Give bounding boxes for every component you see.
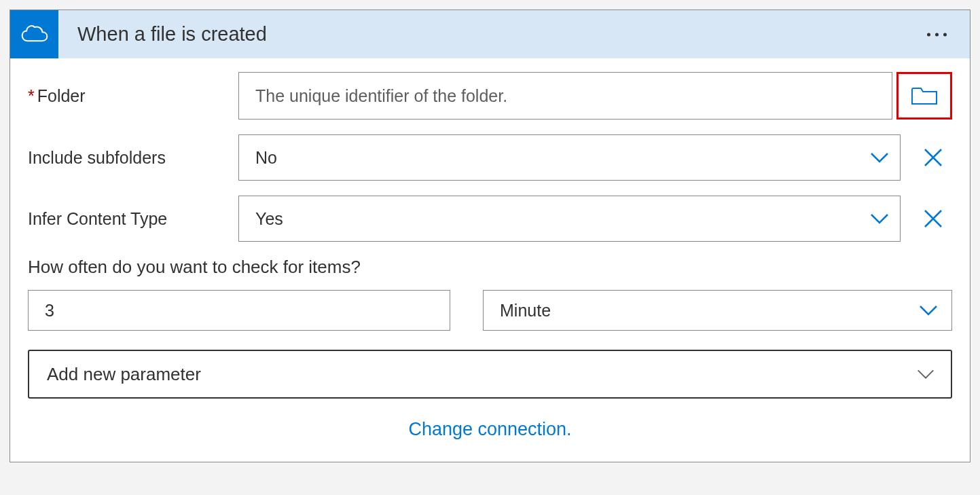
infer-content-type-row: Infer Content Type Yes — [28, 196, 952, 242]
polling-row: Minute — [28, 290, 952, 331]
folder-label: * Folder — [28, 86, 238, 106]
card-menu-button[interactable] — [920, 26, 954, 43]
connector-icon-box — [10, 10, 58, 58]
card-title: When a file is created — [58, 23, 267, 45]
interval-unit-select[interactable]: Minute — [483, 290, 952, 331]
include-subfolders-row: Include subfolders No — [28, 134, 952, 181]
chevron-down-icon — [869, 147, 890, 168]
remove-include-subfolders-button[interactable] — [914, 134, 952, 181]
folder-picker-button[interactable] — [896, 72, 952, 120]
folder-input[interactable] — [238, 72, 892, 120]
close-icon — [923, 208, 943, 229]
infer-content-type-value: Yes — [255, 209, 283, 229]
infer-content-type-label: Infer Content Type — [28, 209, 238, 229]
include-subfolders-select[interactable]: No — [238, 134, 901, 181]
change-connection-link[interactable]: Change connection. — [28, 415, 952, 450]
card-header: When a file is created — [10, 10, 970, 58]
ellipsis-icon — [927, 33, 930, 36]
polling-question: How often do you want to check for items… — [28, 257, 952, 278]
interval-input[interactable] — [28, 290, 450, 331]
infer-content-type-select[interactable]: Yes — [238, 196, 901, 242]
include-subfolders-value: No — [255, 148, 277, 168]
close-icon — [923, 147, 943, 168]
required-indicator: * — [28, 86, 35, 106]
remove-infer-content-type-button[interactable] — [914, 196, 952, 242]
chevron-down-icon — [918, 299, 939, 321]
folder-icon — [911, 85, 938, 107]
trigger-card: When a file is created * Folder I — [10, 10, 970, 462]
folder-row: * Folder — [28, 72, 952, 120]
chevron-down-icon — [915, 364, 936, 384]
include-subfolders-label: Include subfolders — [28, 148, 238, 168]
card-body: * Folder Include subfolders No — [10, 58, 970, 462]
add-parameter-dropdown[interactable]: Add new parameter — [28, 350, 952, 399]
interval-unit-value: Minute — [500, 301, 551, 320]
add-parameter-label: Add new parameter — [47, 364, 201, 385]
chevron-down-icon — [869, 208, 890, 230]
onedrive-icon — [20, 20, 50, 50]
